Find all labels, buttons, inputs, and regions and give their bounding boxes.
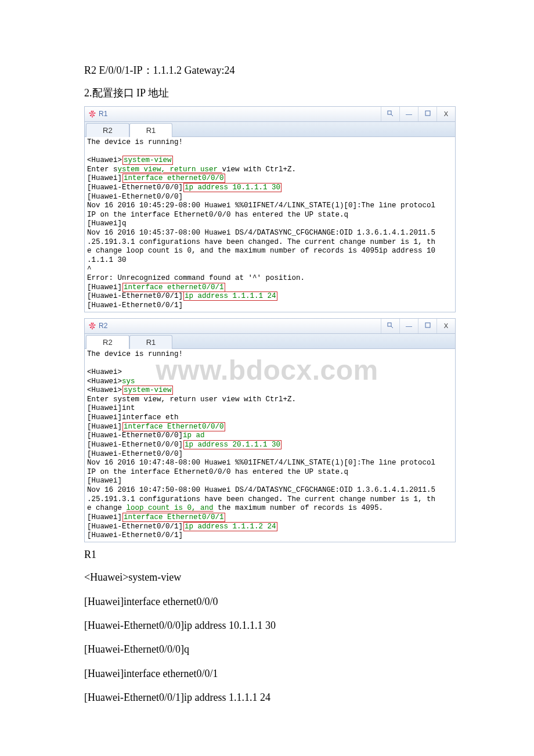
terminal-line: e change loop count is 0, and the maximu… — [87, 504, 453, 513]
pin-button[interactable] — [381, 319, 399, 333]
terminal-line: .25.191.3.1 configurations have been cha… — [87, 495, 453, 505]
svg-line-1 — [391, 114, 393, 116]
terminal-line: <Huawei> — [87, 368, 453, 377]
command-line: [Huawei]interface ethernet0/0/1 — [84, 667, 450, 681]
minimize-button[interactable]: — — [399, 107, 418, 121]
terminal-line: [Huawei]q — [87, 219, 453, 229]
svg-rect-2 — [425, 111, 430, 116]
terminal-line: [Huawei-Ethernet0/0/0] — [87, 193, 453, 202]
terminal-line: IP on the interface Ethernet0/0/0 has en… — [87, 468, 453, 477]
terminal-line: Nov 16 2016 10:45:37-08:00 Huawei DS/4/D… — [87, 229, 453, 238]
terminal-line: .1.1.1 30 — [87, 256, 453, 265]
terminal-line: [Huawei]interface ethernet0/0/1 — [87, 283, 453, 293]
tab-r1[interactable]: R1 — [129, 123, 173, 137]
svg-line-4 — [391, 326, 393, 328]
terminal-line: Error: Unrecognized command found at '^'… — [87, 274, 453, 283]
router-label: R1 — [84, 548, 450, 561]
pin-icon — [387, 322, 394, 330]
window-title: R2 — [99, 322, 107, 330]
terminal-output[interactable]: The device is running! <Huawei><Huawei>s… — [85, 349, 455, 542]
svg-rect-0 — [388, 111, 391, 114]
command-block: <Huawei>system-view [Huawei]interface et… — [84, 571, 450, 704]
step-heading: 2.配置接口 IP 地址 — [84, 87, 450, 100]
terminal-line: The device is running! — [87, 138, 453, 147]
terminal-line: e change loop count is 0, and the maximu… — [87, 247, 453, 256]
terminal-window-r2: R2 — X R2 R1 The device is running! <Hua… — [84, 318, 456, 542]
window-controls: — X — [381, 107, 455, 121]
svg-rect-5 — [425, 323, 430, 327]
terminal-line: [Huawei-Ethernet0/0/1]ip address 1.1.1.2… — [87, 523, 453, 532]
terminal-line: [Huawei] — [87, 477, 453, 486]
pin-icon — [387, 110, 394, 118]
titlebar: R1 — X — [85, 107, 455, 122]
terminal-line: [Huawei-Ethernet0/0/0]ip address 20.1.1.… — [87, 441, 453, 450]
minimize-button[interactable]: — — [399, 319, 418, 333]
tab-r2[interactable]: R2 — [86, 123, 129, 137]
command-line: [Huawei-Ethernet0/0/1]ip address 1.1.1.1… — [84, 691, 450, 704]
terminal-line: .25.191.3.1 configurations have been cha… — [87, 238, 453, 247]
huawei-logo-icon — [88, 322, 96, 330]
terminal-line: [Huawei]interface Ethernet0/0/1 — [87, 513, 453, 523]
terminal-line: The device is running! — [87, 350, 453, 359]
terminal-line: <Huawei>system-view — [87, 156, 453, 165]
terminal-line: [Huawei]interface eth — [87, 413, 453, 423]
tab-r2[interactable]: R2 — [86, 335, 129, 349]
maximize-icon — [425, 322, 431, 329]
terminal-window-r1: R1 — X R2 R1 The device is running! <Hua… — [84, 106, 456, 312]
window-controls: — X — [381, 319, 455, 333]
terminal-line: <Huawei>sys — [87, 377, 453, 387]
terminal-line: [Huawei-Ethernet0/0/0]ip ad — [87, 431, 453, 441]
command-line: [Huawei-Ethernet0/0/0]q — [84, 643, 450, 656]
terminal-line — [87, 359, 453, 368]
terminal-line: [Huawei-Ethernet0/0/1] — [87, 301, 453, 311]
window-title: R1 — [99, 110, 107, 118]
tab-r1[interactable]: R1 — [129, 335, 173, 349]
terminal-line: [Huawei-Ethernet0/0/0]ip address 10.1.1.… — [87, 183, 453, 193]
maximize-icon — [425, 110, 431, 117]
terminal-line: [Huawei-Ethernet0/0/1] — [87, 531, 453, 541]
pin-button[interactable] — [381, 107, 399, 121]
terminal-line: [Huawei]int — [87, 404, 453, 413]
terminal-line — [87, 147, 453, 156]
terminal-line: <Huawei>system-view — [87, 386, 453, 395]
config-note-line: R2 E/0/0/1-IP：1.1.1.2 Gateway:24 — [84, 64, 450, 77]
terminal-line: IP on the interface Ethernet0/0/0 has en… — [87, 211, 453, 220]
terminal-line: Enter system view, return user view with… — [87, 165, 453, 175]
maximize-button[interactable] — [418, 107, 436, 121]
titlebar: R2 — X — [85, 319, 455, 334]
tab-bar: R2 R1 — [85, 334, 455, 349]
terminal-line: [Huawei]interface Ethernet0/0/0 — [87, 423, 453, 432]
huawei-logo-icon — [88, 110, 96, 118]
terminal-line: Nov 16 2016 10:47:48-08:00 Huawei %%01IF… — [87, 459, 453, 468]
terminal-line: ^ — [87, 265, 453, 275]
terminal-line: [Huawei]interface ethernet0/0/0 — [87, 174, 453, 183]
terminal-line: Nov 16 2016 10:47:50-08:00 Huawei DS/4/D… — [87, 486, 453, 495]
terminal-line: Nov 16 2016 10:45:29-08:00 Huawei %%01IF… — [87, 201, 453, 211]
command-line: <Huawei>system-view — [84, 571, 450, 584]
close-button[interactable]: X — [436, 319, 455, 333]
command-line: [Huawei]interface ethernet0/0/0 — [84, 595, 450, 609]
close-button[interactable]: X — [436, 107, 455, 121]
tab-bar: R2 R1 — [85, 122, 455, 137]
terminal-output[interactable]: The device is running! <Huawei>system-vi… — [85, 137, 455, 312]
svg-rect-3 — [388, 323, 391, 326]
maximize-button[interactable] — [418, 319, 436, 333]
terminal-line: [Huawei-Ethernet0/0/0] — [87, 450, 453, 459]
command-line: [Huawei-Ethernet0/0/0]ip address 10.1.1.… — [84, 619, 450, 632]
terminal-line: Enter system view, return user view with… — [87, 395, 453, 405]
terminal-line: [Huawei-Ethernet0/0/1]ip address 1.1.1.1… — [87, 292, 453, 301]
